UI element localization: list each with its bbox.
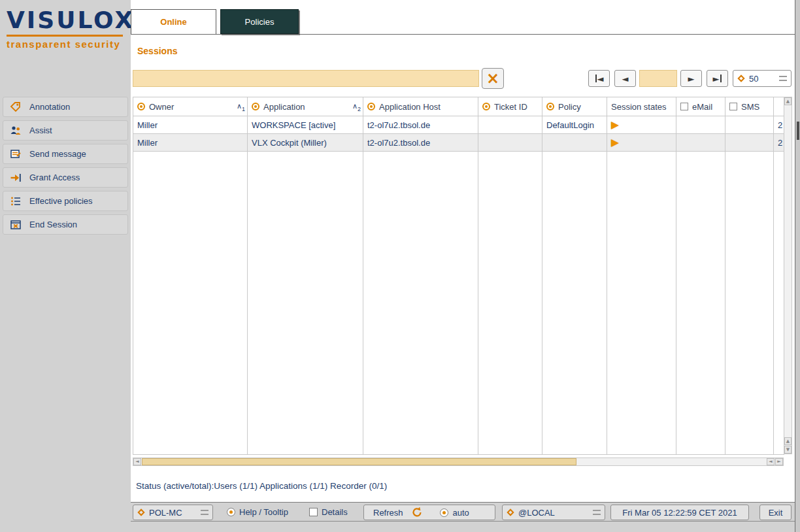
cell-application[interactable]: VLX Cockpit (Miller) bbox=[248, 134, 363, 152]
window-scroll-thumb[interactable] bbox=[797, 122, 799, 140]
cell-session-states: ▶ bbox=[607, 134, 676, 152]
selector-grip-handle[interactable] bbox=[593, 510, 601, 515]
last-page-button[interactable]: ► bbox=[707, 70, 728, 87]
table-row[interactable]: Miller WORKSPACE [active] t2-ol7u2.tbsol… bbox=[133, 116, 784, 134]
prev-page-button[interactable]: ◄ bbox=[614, 70, 636, 87]
scroll-left-button[interactable]: ◄ bbox=[133, 458, 141, 465]
cell-email[interactable] bbox=[676, 134, 725, 152]
details-checkbox[interactable] bbox=[309, 508, 318, 516]
auto-refresh-radio[interactable] bbox=[440, 508, 448, 517]
sms-checkbox[interactable] bbox=[729, 103, 737, 110]
scroll-up-button[interactable]: ▲ bbox=[784, 97, 792, 105]
scroll-right-button[interactable]: ► bbox=[775, 458, 783, 465]
sort-indicator: ∧2 bbox=[352, 101, 361, 112]
table-vertical-scrollbar[interactable]: ▲ ▲ ▼ bbox=[784, 97, 792, 454]
cell-ticket-id[interactable] bbox=[478, 134, 542, 152]
first-page-button[interactable]: ◄ bbox=[588, 70, 610, 87]
scroll-down-button[interactable]: ▼ bbox=[784, 446, 792, 454]
sidebar-item-grant-access[interactable]: Grant Access bbox=[3, 167, 128, 188]
table-row[interactable]: Miller VLX Cockpit (Miller) t2-ol7u2.tbs… bbox=[133, 134, 784, 152]
status-line: Status (active/total):Users (1/1) Applic… bbox=[136, 481, 387, 491]
next-page-button[interactable]: ► bbox=[680, 70, 702, 87]
policy-selector-value: POL-MC bbox=[149, 508, 182, 518]
cell-clipped: 2 bbox=[774, 134, 784, 152]
column-header-owner[interactable]: Owner ∧1 bbox=[133, 97, 248, 116]
grant-access-icon bbox=[8, 171, 23, 184]
cell-application-host[interactable]: t2-ol7u2.tbsol.de bbox=[363, 116, 478, 134]
table-horizontal-scrollbar[interactable]: ◄ ◄ ► bbox=[133, 457, 784, 466]
header-row: Owner ∧1 Application ∧2 Application Host… bbox=[133, 97, 784, 116]
host-selector-value: @LOCAL bbox=[518, 508, 555, 518]
cell-email[interactable] bbox=[676, 116, 725, 134]
selector-grip-handle[interactable] bbox=[201, 510, 208, 515]
tab-policies[interactable]: Policies bbox=[220, 9, 299, 34]
scroll-left-button-right[interactable]: ◄ bbox=[767, 458, 775, 465]
cell-sms[interactable] bbox=[725, 116, 774, 134]
users-icon bbox=[8, 124, 23, 137]
refresh-button[interactable]: Refresh bbox=[373, 508, 403, 518]
help-tooltip-radio[interactable] bbox=[227, 508, 235, 516]
cell-application-host[interactable]: t2-ol7u2.tbsol.de bbox=[363, 134, 478, 152]
column-header-email[interactable]: eMail bbox=[676, 97, 725, 116]
details-label: Details bbox=[322, 507, 348, 517]
play-icon[interactable]: ▶ bbox=[611, 137, 619, 148]
host-selector[interactable]: @LOCAL bbox=[502, 505, 605, 520]
column-header-clipped bbox=[774, 97, 784, 116]
right-arrow-icon: ► bbox=[713, 74, 720, 84]
sidebar-item-end-session[interactable]: End Session bbox=[3, 214, 128, 235]
email-checkbox[interactable] bbox=[680, 103, 688, 110]
horizontal-scroll-thumb[interactable] bbox=[142, 458, 576, 465]
cell-policy[interactable] bbox=[542, 134, 607, 152]
cell-session-states: ▶ bbox=[607, 116, 676, 134]
spinner-grip-handle[interactable] bbox=[779, 76, 787, 81]
column-header-application-host[interactable]: Application Host bbox=[363, 97, 478, 116]
main-panel: Online Policies Sessions × ◄ ◄ ► ► 50 Ow… bbox=[131, 0, 795, 502]
help-tooltip-label: Help / Tooltip bbox=[239, 507, 288, 517]
tab-divider bbox=[131, 34, 795, 35]
owner-filter-radio[interactable] bbox=[137, 103, 145, 110]
selector-diamond-icon bbox=[507, 508, 514, 516]
window-edge-scrollbar[interactable] bbox=[795, 0, 800, 532]
page-size-spinner[interactable]: 50 bbox=[733, 70, 792, 87]
filter-input[interactable] bbox=[133, 70, 479, 87]
clear-filter-button[interactable]: × bbox=[482, 68, 504, 89]
sort-indicator: ∧1 bbox=[237, 101, 245, 112]
application-filter-radio[interactable] bbox=[252, 103, 259, 110]
cell-ticket-id[interactable] bbox=[478, 116, 542, 134]
refresh-group: Refresh auto bbox=[363, 505, 495, 520]
exit-button[interactable]: Exit bbox=[759, 505, 792, 520]
sidebar-item-effective-policies[interactable]: Effective policies bbox=[3, 191, 128, 211]
cell-sms[interactable] bbox=[725, 134, 774, 152]
cell-owner[interactable]: Miller bbox=[133, 116, 248, 134]
page-number-input[interactable] bbox=[639, 70, 677, 87]
tab-online[interactable]: Online bbox=[131, 9, 216, 34]
ticket-filter-radio[interactable] bbox=[482, 103, 490, 110]
app-logo: VISULOX transparent security bbox=[7, 8, 123, 50]
column-header-sms[interactable]: SMS bbox=[725, 97, 774, 116]
refresh-icon[interactable] bbox=[411, 507, 423, 518]
host-filter-radio[interactable] bbox=[367, 103, 375, 110]
cell-policy[interactable]: DefaultLogin bbox=[542, 116, 607, 134]
column-header-ticket-id[interactable]: Ticket ID bbox=[478, 97, 542, 116]
sidebar-item-annotation[interactable]: Annotation bbox=[3, 97, 128, 117]
page-size-value: 50 bbox=[749, 74, 758, 84]
logo-subtitle: transparent security bbox=[7, 39, 123, 50]
column-header-policy[interactable]: Policy bbox=[542, 97, 607, 116]
empty-table-area bbox=[133, 152, 784, 455]
play-icon[interactable]: ▶ bbox=[611, 119, 619, 131]
sidebar-item-assist[interactable]: Assist bbox=[3, 120, 128, 141]
cell-owner[interactable]: Miller bbox=[133, 134, 248, 152]
sidebar-item-label: Annotation bbox=[29, 102, 70, 112]
column-header-application[interactable]: Application ∧2 bbox=[248, 97, 363, 116]
sidebar-item-send-message[interactable]: Send message bbox=[3, 144, 128, 164]
policy-selector[interactable]: POL-MC bbox=[133, 505, 213, 520]
column-label: Ticket ID bbox=[494, 102, 527, 112]
up-arrow-icon: ▲ bbox=[786, 439, 790, 444]
left-arrow-icon: ◄ bbox=[135, 459, 139, 464]
column-header-session-states[interactable]: Session states bbox=[607, 97, 676, 116]
first-bar-icon bbox=[595, 75, 597, 82]
cell-application[interactable]: WORKSPACE [active] bbox=[248, 116, 363, 134]
policy-filter-radio[interactable] bbox=[546, 103, 554, 110]
scroll-up-button-bottom[interactable]: ▲ bbox=[784, 437, 792, 445]
tag-icon bbox=[8, 101, 23, 114]
